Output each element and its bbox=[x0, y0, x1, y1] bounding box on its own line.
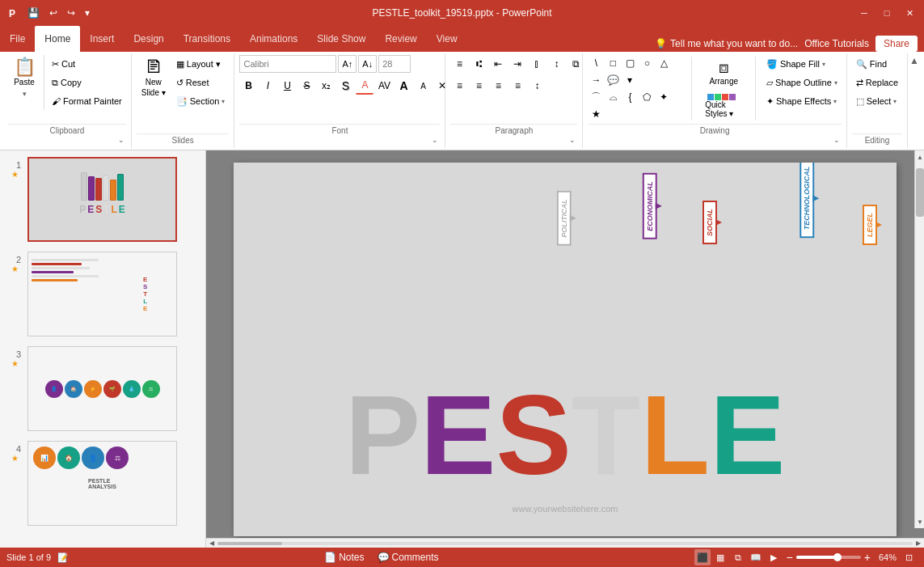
tab-slide-show[interactable]: Slide Show bbox=[307, 26, 375, 52]
clipboard-expand[interactable]: ⌄ bbox=[116, 135, 126, 145]
format-painter-button[interactable]: 🖌 Format Painter bbox=[48, 92, 126, 110]
shape-star[interactable]: ★ bbox=[588, 106, 604, 122]
zoom-level[interactable]: 64% bbox=[874, 552, 897, 562]
canvas-scroll-thumb[interactable] bbox=[916, 168, 924, 217]
underline-button[interactable]: U bbox=[278, 77, 296, 95]
paste-dropdown[interactable]: ▾ bbox=[23, 90, 27, 98]
slideshow-view-btn[interactable]: ▶ bbox=[766, 549, 782, 565]
canvas-scroll-track[interactable] bbox=[915, 163, 924, 515]
notes-btn[interactable]: 📄 Notes bbox=[321, 550, 367, 565]
shape-brace[interactable]: { bbox=[622, 89, 638, 105]
strikethrough-button[interactable]: S bbox=[297, 77, 315, 95]
drawing-expand[interactable]: ⌄ bbox=[832, 135, 842, 145]
text-direction-btn[interactable]: ↕ bbox=[547, 55, 565, 73]
font-family-input[interactable] bbox=[239, 55, 336, 73]
zoom-out-btn[interactable]: − bbox=[787, 551, 793, 564]
shape-arc[interactable]: ⌓ bbox=[605, 89, 621, 105]
paragraph-expand[interactable]: ⌄ bbox=[567, 135, 577, 145]
font-color-btn[interactable]: A bbox=[356, 77, 373, 95]
shape-right-arrow[interactable]: → bbox=[588, 72, 604, 88]
shape-freeform[interactable]: ⌒ bbox=[588, 89, 604, 105]
close-btn[interactable]: ✕ bbox=[901, 5, 918, 21]
outline-view-btn[interactable]: ▦ bbox=[712, 549, 728, 565]
find-button[interactable]: 🔍 Find bbox=[852, 55, 902, 73]
shape-outline-button[interactable]: ▱ Shape Outline ▾ bbox=[762, 74, 842, 91]
shape-oval[interactable]: ○ bbox=[639, 55, 655, 71]
italic-button[interactable]: I bbox=[259, 77, 276, 95]
font-size-down-btn[interactable]: A bbox=[414, 77, 432, 95]
copy-button[interactable]: ⧉ Copy bbox=[48, 74, 126, 91]
arrange-button[interactable]: ⧈ Arrange bbox=[698, 55, 749, 89]
paste-button[interactable]: 📋 Paste bbox=[8, 55, 40, 90]
subscript-button[interactable]: x₂ bbox=[317, 77, 335, 95]
tab-animations[interactable]: Animations bbox=[240, 26, 307, 52]
tab-file[interactable]: File bbox=[0, 26, 35, 52]
font-grow-btn[interactable]: A↑ bbox=[338, 55, 357, 73]
canvas-scroll-down[interactable]: ▼ bbox=[915, 515, 924, 528]
ribbon-collapse-btn[interactable]: ▲ bbox=[908, 53, 921, 68]
shape-rounded-rect[interactable]: ▢ bbox=[622, 55, 638, 71]
hscroll-thumb[interactable] bbox=[217, 542, 282, 545]
share-button[interactable]: Share bbox=[875, 36, 918, 52]
shape-triangle[interactable]: △ bbox=[656, 55, 672, 71]
slide-thumb-3[interactable]: 3 ★ 👤 🏠 ⚡ 🌱 💧 ⚖ bbox=[3, 343, 202, 434]
minimize-btn[interactable]: ─ bbox=[856, 5, 872, 21]
char-spacing-btn[interactable]: AV bbox=[375, 77, 393, 95]
undo-quick-btn[interactable]: ↩ bbox=[46, 6, 61, 20]
bullets-btn[interactable]: ≡ bbox=[450, 55, 468, 73]
tab-insert[interactable]: Insert bbox=[80, 26, 124, 52]
slide-thumb-1[interactable]: 1 ★ P bbox=[3, 154, 202, 245]
shape-more[interactable]: ▾ bbox=[622, 72, 638, 88]
slide-thumb-4[interactable]: 4 ★ 📊 🏠 👤 ⚖ PESTLEANALYSIS bbox=[3, 438, 202, 529]
shape-fill-button[interactable]: 🪣 Shape Fill ▾ bbox=[762, 55, 842, 73]
slide-notes-icon[interactable]: 📝 bbox=[57, 552, 69, 563]
tab-home[interactable]: Home bbox=[35, 26, 80, 52]
office-tutorials-btn[interactable]: Office Tutorials bbox=[804, 38, 869, 49]
comments-btn[interactable]: 💬 Comments bbox=[374, 550, 442, 565]
smart-art-convert-btn[interactable]: ⧉ bbox=[567, 55, 584, 73]
font-size-up-btn[interactable]: A bbox=[394, 77, 412, 95]
shape-rect[interactable]: □ bbox=[605, 55, 621, 71]
columns-btn[interactable]: ⫿ bbox=[528, 55, 546, 73]
align-right-btn[interactable]: ≡ bbox=[489, 77, 507, 95]
customize-quick-btn[interactable]: ▾ bbox=[82, 6, 93, 20]
increase-indent-btn[interactable]: ⇥ bbox=[508, 55, 526, 73]
hscroll-left[interactable]: ◀ bbox=[209, 539, 214, 547]
font-size-input[interactable] bbox=[378, 55, 411, 73]
tab-view[interactable]: View bbox=[427, 26, 467, 52]
shape-effects-button[interactable]: ✦ Shape Effects ▾ bbox=[762, 92, 842, 110]
shape-star4[interactable]: ✦ bbox=[656, 89, 672, 105]
tab-review[interactable]: Review bbox=[375, 26, 426, 52]
select-button[interactable]: ⬚ Select ▾ bbox=[852, 92, 902, 110]
restore-btn[interactable]: □ bbox=[879, 5, 895, 21]
numbering-btn[interactable]: ⑆ bbox=[470, 55, 487, 73]
tab-design[interactable]: Design bbox=[124, 26, 173, 52]
hscroll-right[interactable]: ▶ bbox=[916, 539, 921, 547]
slide-thumb-2[interactable]: 2 ★ E bbox=[3, 248, 202, 340]
hscroll-track[interactable] bbox=[217, 542, 913, 545]
bold-button[interactable]: B bbox=[239, 77, 257, 95]
fit-slide-btn[interactable]: ⊡ bbox=[901, 549, 918, 565]
decrease-indent-btn[interactable]: ⇤ bbox=[489, 55, 507, 73]
cut-button[interactable]: ✂ Cut bbox=[48, 55, 126, 73]
align-left-btn[interactable]: ≡ bbox=[450, 77, 468, 95]
line-spacing-btn[interactable]: ↕ bbox=[528, 77, 546, 95]
font-shrink-btn[interactable]: A↓ bbox=[358, 55, 377, 73]
tell-me-btn[interactable]: 💡 Tell me what you want to do... bbox=[655, 38, 798, 49]
reset-button[interactable]: ↺ Reset bbox=[172, 74, 230, 91]
zoom-track[interactable] bbox=[796, 556, 861, 559]
new-slide-button[interactable]: 🖹 New Slide ▾ bbox=[137, 55, 171, 100]
normal-view-btn[interactable]: ⬛ bbox=[694, 549, 711, 565]
zoom-in-btn[interactable]: + bbox=[864, 551, 871, 564]
zoom-thumb[interactable] bbox=[833, 553, 842, 561]
section-button[interactable]: 📑 Section ▾ bbox=[172, 92, 230, 110]
slide-sorter-btn[interactable]: ⧉ bbox=[730, 549, 746, 565]
replace-button[interactable]: ⇄ Replace bbox=[852, 74, 902, 91]
shape-pentagon[interactable]: ⬠ bbox=[639, 89, 655, 105]
reading-view-btn[interactable]: 📖 bbox=[748, 549, 764, 565]
layout-button[interactable]: ▦ Layout ▾ bbox=[172, 55, 230, 73]
redo-quick-btn[interactable]: ↪ bbox=[64, 6, 78, 20]
canvas-scroll-up[interactable]: ▲ bbox=[915, 150, 924, 163]
tab-transitions[interactable]: Transitions bbox=[174, 26, 240, 52]
justify-btn[interactable]: ≡ bbox=[508, 77, 526, 95]
